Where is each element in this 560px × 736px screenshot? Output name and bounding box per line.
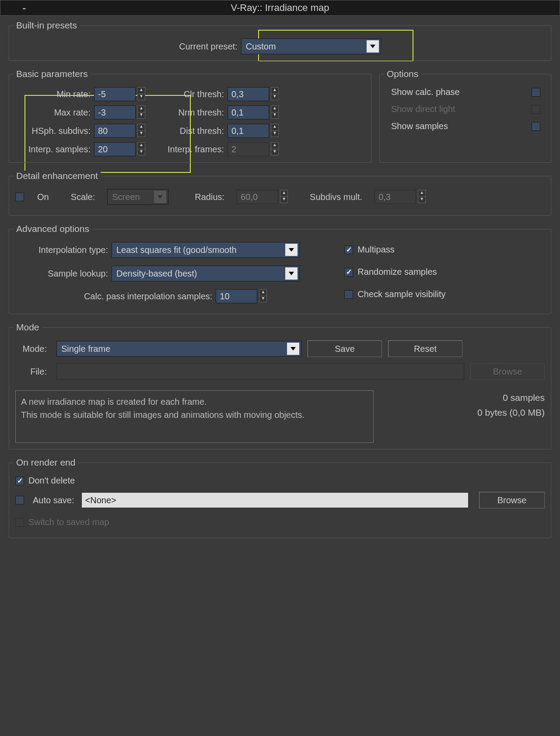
interp-samples-label: Interp. samples: — [15, 144, 94, 154]
clr-thresh-label: Clr thresh: — [151, 89, 228, 99]
presets-legend: Built-in presets — [14, 20, 80, 31]
dist-thresh-input[interactable] — [228, 124, 269, 138]
panel-titlebar[interactable]: - V-Ray:: Irradiance map — [0, 0, 560, 16]
interp-frames-label: Interp. frames: — [151, 144, 228, 154]
browse-autosave-button[interactable]: Browse — [479, 492, 545, 508]
detail-on-label: On — [37, 192, 49, 202]
mode-info-line1: A new irradiance map is created for each… — [21, 395, 368, 408]
mode-group: Mode Mode: Single frame Save Reset File:… — [9, 322, 551, 449]
chevron-down-icon[interactable] — [367, 40, 379, 53]
spin-up-icon: ▲ — [418, 190, 426, 196]
spin-down-icon[interactable]: ▼ — [137, 130, 145, 137]
collapse-icon[interactable]: - — [22, 1, 26, 15]
calc-pass-label: Calc. pass interpolation samples: — [84, 291, 216, 301]
spin-down-icon[interactable]: ▼ — [259, 296, 267, 302]
interp-samples-input[interactable] — [94, 142, 136, 156]
max-rate-spinner[interactable]: ▲▼ — [94, 105, 151, 119]
stats-bytes: 0 bytes (0,0 MB) — [387, 405, 545, 420]
check-vis-label: Check sample visibility — [357, 289, 445, 299]
calc-pass-spinner[interactable]: ▲▼ — [216, 289, 267, 303]
current-preset-dropdown[interactable]: Custom — [241, 39, 381, 54]
subdivs-spinner: ▲▼ — [374, 190, 426, 204]
file-input — [56, 363, 464, 380]
sample-lookup-label: Sample lookup: — [15, 269, 112, 279]
spin-down-icon[interactable]: ▼ — [271, 130, 279, 137]
show-samples-checkbox[interactable] — [532, 122, 540, 131]
spin-down-icon: ▼ — [271, 149, 279, 155]
sample-lookup-dropdown[interactable]: Density-based (best) — [112, 266, 300, 281]
stats-samples: 0 samples — [387, 390, 545, 405]
min-rate-spinner[interactable]: ▲▼ — [94, 87, 151, 101]
auto-save-label: Auto save: — [33, 495, 74, 505]
spin-up-icon[interactable]: ▲ — [137, 124, 145, 130]
options-legend: Options — [384, 69, 421, 79]
render-end-group: On render end Don't delete Auto save: Br… — [9, 457, 551, 538]
chevron-down-icon — [154, 191, 166, 203]
advanced-group: Advanced options Interpolation type: Lea… — [9, 224, 551, 314]
save-button[interactable]: Save — [308, 340, 382, 357]
radius-spinner: ▲▼ — [237, 190, 288, 204]
mode-info-line2: This mode is suitable for still images a… — [21, 408, 368, 421]
render-end-legend: On render end — [14, 457, 78, 468]
spin-down-icon[interactable]: ▼ — [271, 94, 279, 100]
detail-group: Detail enhancement On Scale: Screen Radi… — [9, 171, 551, 216]
auto-save-checkbox[interactable] — [15, 496, 24, 505]
spin-down-icon[interactable]: ▼ — [137, 112, 145, 119]
spin-up-icon[interactable]: ▲ — [271, 87, 279, 94]
nrm-thresh-spinner[interactable]: ▲▼ — [228, 105, 284, 119]
spin-up-icon: ▲ — [280, 190, 288, 196]
detail-on-checkbox[interactable] — [15, 193, 24, 201]
chevron-down-icon[interactable] — [285, 267, 298, 280]
spin-up-icon: ▲ — [271, 142, 279, 149]
spin-down-icon[interactable]: ▼ — [271, 112, 279, 119]
switch-checkbox — [15, 518, 24, 527]
dist-thresh-spinner[interactable]: ▲▼ — [228, 124, 284, 138]
randomize-label: Randomize samples — [357, 267, 437, 277]
nrm-thresh-input[interactable] — [228, 105, 269, 119]
multipass-checkbox[interactable] — [344, 245, 353, 254]
check-vis-checkbox[interactable] — [344, 290, 353, 299]
radius-label: Radius: — [195, 192, 228, 202]
advanced-legend: Advanced options — [14, 224, 92, 234]
randomize-checkbox[interactable] — [344, 268, 353, 277]
reset-button[interactable]: Reset — [388, 340, 462, 357]
show-calc-checkbox[interactable] — [532, 88, 540, 97]
interp-samples-spinner[interactable]: ▲▼ — [94, 142, 151, 156]
presets-group: Built-in presets Current preset: Custom — [9, 20, 551, 61]
spin-down-icon: ▼ — [280, 196, 288, 203]
spin-up-icon[interactable]: ▲ — [137, 142, 145, 149]
auto-save-input[interactable] — [81, 492, 469, 508]
radius-input — [237, 190, 278, 204]
dont-delete-checkbox[interactable] — [15, 477, 24, 485]
current-preset-value: Custom — [242, 42, 365, 52]
file-label: File: — [15, 367, 50, 377]
spin-up-icon[interactable]: ▲ — [137, 87, 145, 94]
switch-label: Switch to saved map — [28, 517, 109, 527]
panel-title: V-Ray:: Irradiance map — [231, 2, 329, 13]
mode-dropdown[interactable]: Single frame — [56, 341, 301, 357]
hsph-input[interactable] — [94, 124, 136, 138]
hsph-spinner[interactable]: ▲▼ — [94, 124, 151, 138]
interp-type-dropdown[interactable]: Least squares fit (good/smooth — [112, 242, 300, 258]
max-rate-input[interactable] — [94, 105, 136, 119]
calc-pass-input[interactable] — [216, 289, 257, 303]
spin-down-icon[interactable]: ▼ — [137, 149, 145, 155]
options-group: Options Show calc. phase Show direct lig… — [379, 69, 551, 163]
max-rate-label: Max rate: — [15, 108, 94, 118]
chevron-down-icon[interactable] — [287, 343, 299, 355]
hsph-label: HSph. subdivs: — [15, 126, 94, 136]
interp-type-label: Interpolation type: — [15, 245, 112, 255]
min-rate-input[interactable] — [94, 87, 136, 101]
show-direct-checkbox — [532, 105, 540, 114]
min-rate-label: Min rate: — [15, 89, 94, 99]
spin-up-icon[interactable]: ▲ — [271, 105, 279, 112]
clr-thresh-input[interactable] — [228, 87, 269, 101]
spin-up-icon[interactable]: ▲ — [137, 105, 145, 112]
clr-thresh-spinner[interactable]: ▲▼ — [228, 87, 284, 101]
chevron-down-icon[interactable] — [285, 244, 298, 256]
spin-up-icon[interactable]: ▲ — [259, 289, 267, 296]
multipass-label: Multipass — [357, 245, 394, 255]
nrm-thresh-label: Nrm thresh: — [151, 108, 228, 118]
spin-up-icon[interactable]: ▲ — [271, 124, 279, 130]
spin-down-icon[interactable]: ▼ — [137, 94, 145, 100]
